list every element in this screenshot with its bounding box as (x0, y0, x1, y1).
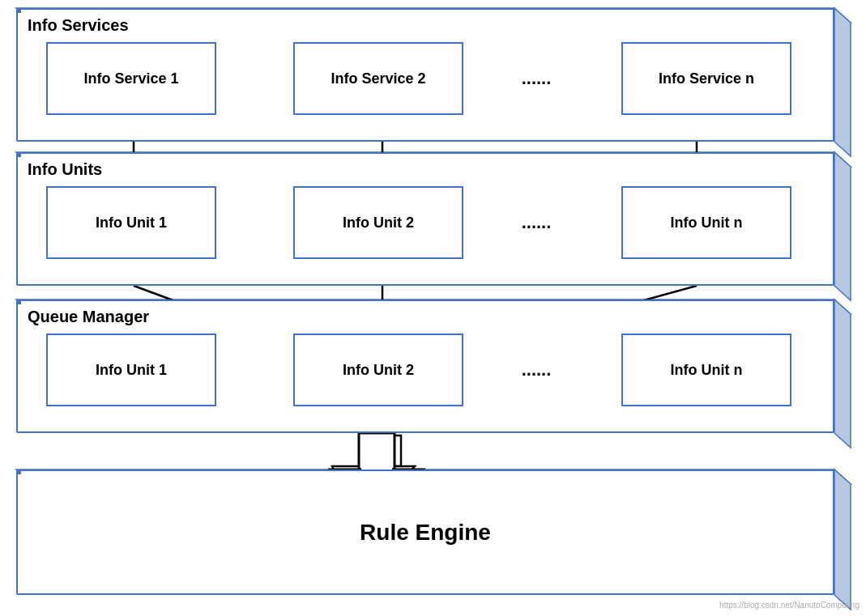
queue-dots: ...... (496, 333, 577, 406)
services-dots: ...... (496, 42, 577, 115)
queue-1-label: Info Unit 1 (96, 362, 167, 379)
units-label: Info Units (28, 160, 102, 179)
layer-services: Info Services Info Service 1 Info Servic… (16, 8, 834, 142)
unit-1-label: Info Unit 1 (96, 215, 167, 232)
queue-n-box: Info Unit n (621, 333, 791, 406)
layer-queue: Queue Manager Info Unit 1 Info Unit 2 ..… (16, 300, 834, 433)
service-1-label: Info Service 1 (83, 70, 178, 87)
diagram-container: Info Services Info Service 1 Info Servic… (0, 0, 866, 616)
svg-marker-1 (834, 8, 851, 156)
queue-label: Queue Manager (28, 308, 149, 326)
service-2-box: Info Service 2 (293, 42, 463, 115)
engine-label: Rule Engine (360, 520, 491, 546)
queue-1-box: Info Unit 1 (46, 333, 216, 406)
unit-n-box: Info Unit n (621, 186, 791, 259)
svg-marker-7 (834, 469, 851, 610)
unit-2-label: Info Unit 2 (343, 215, 414, 232)
svg-marker-5 (834, 300, 851, 448)
service-1-box: Info Service 1 (46, 42, 216, 115)
service-n-label: Info Service n (659, 70, 754, 87)
watermark: https://blog.csdn.net/NanutoComputing (719, 601, 860, 610)
service-2-label: Info Service 2 (331, 70, 425, 87)
svg-marker-3 (834, 152, 851, 300)
units-dots: ...... (496, 186, 577, 259)
unit-1-box: Info Unit 1 (46, 186, 216, 259)
services-label: Info Services (28, 16, 129, 35)
service-n-box: Info Service n (621, 42, 791, 115)
layer-engine: Rule Engine (16, 469, 834, 595)
svg-rect-31 (361, 435, 392, 469)
queue-2-box: Info Unit 2 (293, 333, 463, 406)
layer-units: Info Units Info Unit 1 Info Unit 2 .....… (16, 152, 834, 286)
queue-2-label: Info Unit 2 (343, 362, 414, 379)
svg-rect-29 (359, 433, 395, 469)
queue-n-label: Info Unit n (671, 362, 743, 379)
svg-rect-26 (364, 435, 401, 466)
unit-n-label: Info Unit n (671, 215, 743, 232)
unit-2-box: Info Unit 2 (293, 186, 463, 259)
